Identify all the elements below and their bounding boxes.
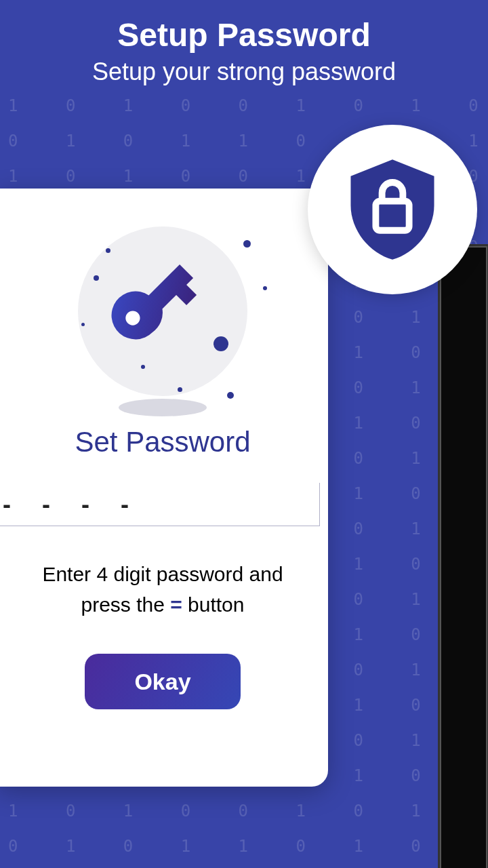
page-title: Setup Password xyxy=(0,16,488,54)
card-title: Set Password xyxy=(22,426,304,458)
okay-button[interactable]: Okay xyxy=(85,654,241,709)
page-subtitle: Setup your strong password xyxy=(0,58,488,86)
hint-text-post: button xyxy=(182,593,245,616)
hint-text-pre: Enter 4 digit password and press the xyxy=(42,563,283,616)
equals-symbol: = xyxy=(170,593,182,616)
shield-badge xyxy=(308,125,477,294)
key-icon xyxy=(105,251,220,366)
password-hint: Enter 4 digit password and press the = b… xyxy=(22,559,304,620)
shield-lock-icon xyxy=(342,155,443,264)
page-header: Setup Password Setup your strong passwor… xyxy=(0,0,488,86)
password-card: Set Password Enter 4 digit password and … xyxy=(0,189,328,787)
password-input[interactable] xyxy=(0,483,320,526)
phone-frame-decor xyxy=(438,244,488,868)
key-illustration xyxy=(47,221,278,411)
